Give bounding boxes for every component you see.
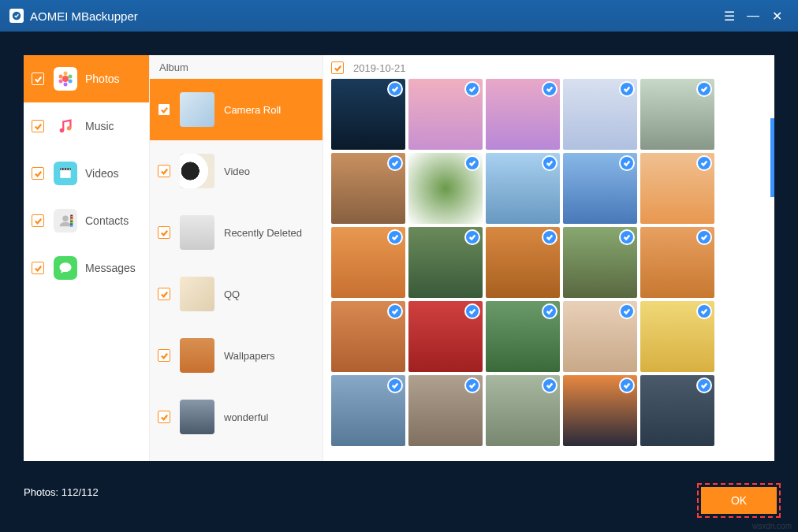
album-item[interactable]: QQ xyxy=(150,263,323,325)
sidebar-item-videos[interactable]: Videos xyxy=(24,150,149,197)
selected-check-icon xyxy=(619,303,635,319)
selected-check-icon xyxy=(619,155,635,171)
photo-thumbnail[interactable] xyxy=(331,301,405,372)
checkbox-icon[interactable] xyxy=(32,214,44,227)
scrollbar-thumb[interactable] xyxy=(770,118,774,197)
sidebar-label: Music xyxy=(85,120,114,132)
sidebar-item-messages[interactable]: Messages xyxy=(24,244,149,292)
sidebar-label: Messages xyxy=(85,262,136,274)
photo-grid-pane: 2019-10-21 xyxy=(323,55,774,461)
checkbox-icon[interactable] xyxy=(32,262,44,274)
svg-rect-14 xyxy=(66,169,68,170)
photo-thumbnail[interactable] xyxy=(486,153,560,224)
svg-rect-19 xyxy=(70,218,73,221)
category-sidebar: PhotosMusicVideosContactsMessages xyxy=(24,55,149,461)
checkbox-icon[interactable] xyxy=(32,167,44,180)
selected-check-icon xyxy=(387,229,403,245)
album-item[interactable]: Camera Roll xyxy=(150,79,323,140)
checkbox-icon[interactable] xyxy=(158,349,170,362)
sidebar-item-music[interactable]: Music xyxy=(24,102,149,150)
photo-thumbnail[interactable] xyxy=(331,375,405,446)
selected-check-icon xyxy=(696,81,712,97)
photo-thumbnail[interactable] xyxy=(331,153,405,224)
selected-check-icon xyxy=(387,155,403,171)
minimize-icon[interactable]: — xyxy=(741,4,765,28)
checkbox-icon[interactable] xyxy=(158,411,170,423)
photo-thumbnail[interactable] xyxy=(640,79,714,150)
selected-check-icon xyxy=(696,378,712,393)
svg-point-16 xyxy=(62,216,68,221)
svg-rect-21 xyxy=(70,225,73,227)
sidebar-item-photos[interactable]: Photos xyxy=(24,55,149,102)
photo-thumbnail[interactable] xyxy=(563,153,637,224)
photo-thumbnail[interactable] xyxy=(408,153,483,224)
selected-check-icon xyxy=(464,229,480,245)
selected-check-icon xyxy=(619,81,635,97)
date-checkbox[interactable] xyxy=(331,61,344,74)
photo-thumbnail[interactable] xyxy=(640,227,714,298)
date-checkbox-row[interactable]: 2019-10-21 xyxy=(331,61,766,74)
photo-grid xyxy=(331,79,766,446)
sidebar-label: Contacts xyxy=(85,214,129,227)
selected-check-icon xyxy=(464,378,480,393)
photo-thumbnail[interactable] xyxy=(563,301,637,372)
photo-thumbnail[interactable] xyxy=(563,375,637,446)
list-view-icon[interactable]: ☰ xyxy=(718,4,741,28)
svg-point-2 xyxy=(64,72,68,76)
photo-thumbnail[interactable] xyxy=(640,375,714,446)
photo-thumbnail[interactable] xyxy=(640,153,714,224)
svg-point-7 xyxy=(59,75,63,79)
checkbox-icon[interactable] xyxy=(158,103,170,116)
photo-thumbnail[interactable] xyxy=(408,375,483,446)
photo-thumbnail[interactable] xyxy=(640,301,714,372)
album-item[interactable]: Recently Deleted xyxy=(150,202,323,263)
status-text: Photos: 112/112 xyxy=(24,486,99,498)
photo-thumbnail[interactable] xyxy=(331,79,405,150)
album-item[interactable]: Video xyxy=(150,140,323,202)
selected-check-icon xyxy=(542,81,557,97)
selected-check-icon xyxy=(542,303,557,319)
checkbox-icon[interactable] xyxy=(158,165,170,177)
sidebar-label: Videos xyxy=(85,167,119,180)
album-column: Album Camera RollVideoRecently DeletedQQ… xyxy=(149,55,323,461)
photo-thumbnail[interactable] xyxy=(408,227,483,298)
photo-thumbnail[interactable] xyxy=(486,79,560,150)
photo-thumbnail[interactable] xyxy=(408,301,483,372)
svg-point-8 xyxy=(60,128,65,133)
photo-thumbnail[interactable] xyxy=(563,79,637,150)
main-panel: PhotosMusicVideosContactsMessages Album … xyxy=(24,55,774,461)
photo-thumbnail[interactable] xyxy=(331,227,405,298)
photo-thumbnail[interactable] xyxy=(486,375,560,446)
svg-point-6 xyxy=(59,80,63,84)
checkbox-icon[interactable] xyxy=(32,120,44,132)
selected-check-icon xyxy=(464,303,480,319)
close-icon[interactable]: ✕ xyxy=(765,4,789,28)
checkbox-icon[interactable] xyxy=(158,288,170,300)
checkbox-icon[interactable] xyxy=(158,226,170,239)
sidebar-item-contacts[interactable]: Contacts xyxy=(24,197,149,244)
photo-thumbnail[interactable] xyxy=(486,301,560,372)
photo-thumbnail[interactable] xyxy=(408,79,483,150)
svg-rect-13 xyxy=(64,169,65,170)
photo-thumbnail[interactable] xyxy=(486,227,560,298)
album-label: QQ xyxy=(224,288,240,300)
photo-thumbnail[interactable] xyxy=(563,227,637,298)
album-item[interactable]: wonderful xyxy=(150,386,323,448)
album-label: Wallpapers xyxy=(224,350,275,362)
svg-rect-20 xyxy=(70,221,73,224)
album-item[interactable]: Wallpapers xyxy=(150,325,323,386)
sidebar-label: Photos xyxy=(85,73,120,85)
selected-check-icon xyxy=(696,229,712,245)
ok-button[interactable]: OK xyxy=(701,487,777,514)
album-header: Album xyxy=(150,55,323,79)
album-label: Camera Roll xyxy=(224,104,281,116)
title-bar: AOMEI MBackupper ☰ — ✕ xyxy=(0,0,798,32)
album-label: wonderful xyxy=(224,411,268,423)
svg-rect-12 xyxy=(61,169,62,170)
selected-check-icon xyxy=(542,378,557,393)
selected-check-icon xyxy=(464,81,480,97)
svg-point-3 xyxy=(69,75,73,79)
checkbox-icon[interactable] xyxy=(32,73,44,85)
svg-point-5 xyxy=(64,83,68,87)
selected-check-icon xyxy=(387,81,403,97)
